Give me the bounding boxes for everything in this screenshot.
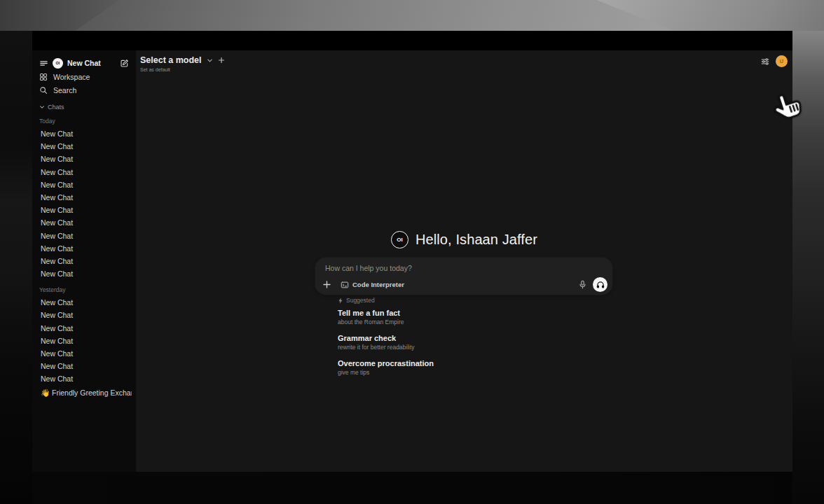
code-interpreter-label: Code Interpreter	[352, 281, 404, 288]
model-selector-block: Select a model Set as default	[140, 55, 225, 72]
message-composer[interactable]: How can I help you today?	[315, 258, 612, 295]
chat-item-named[interactable]: 👋 Friendly Greeting Exchange	[38, 386, 132, 399]
top-actions: IJ	[760, 55, 788, 67]
chat-item[interactable]: New Chat	[38, 267, 132, 280]
sidebar: OI New Chat Workspace	[32, 50, 136, 472]
terminal-icon	[341, 281, 349, 289]
model-selector-label: Select a model	[140, 55, 202, 65]
chat-item[interactable]: New Chat	[38, 372, 132, 385]
suggested-list: Tell me a fun fact about the Roman Empir…	[338, 309, 576, 377]
chat-item[interactable]: New Chat	[38, 178, 132, 191]
sidebar-toggle-icon[interactable]	[39, 59, 48, 68]
chat-item[interactable]: New Chat	[38, 347, 132, 360]
chats-label: Chats	[48, 104, 64, 111]
suggestion-title: Tell me a fun fact	[338, 309, 576, 318]
chevron-down-icon	[39, 104, 45, 110]
chat-item[interactable]: New Chat	[38, 230, 132, 242]
chats-section-header[interactable]: Chats	[38, 103, 132, 111]
suggestion-subtitle: rewrite it for better readability	[338, 344, 576, 351]
composer-toolbar: Code Interpreter	[315, 272, 612, 292]
suggestion-subtitle: about the Roman Empire	[338, 318, 576, 326]
headphones-icon	[596, 281, 605, 289]
workspace-label: Workspace	[53, 73, 90, 81]
suggested-section: Suggested Tell me a fun fact about the R…	[338, 297, 576, 377]
new-chat-icon[interactable]	[120, 59, 129, 68]
user-avatar[interactable]: IJ	[776, 55, 788, 67]
workspace-icon	[39, 73, 48, 81]
chat-group-label-today: Today	[38, 118, 132, 125]
suggestion-title: Grammar check	[338, 334, 576, 343]
suggestion-item[interactable]: Tell me a fun fact about the Roman Empir…	[338, 309, 576, 326]
settings-sliders-icon[interactable]	[760, 57, 770, 66]
search-label: Search	[53, 86, 76, 94]
chevron-down-icon	[207, 57, 213, 64]
voice-call-button[interactable]	[593, 277, 607, 292]
chat-item[interactable]: New Chat	[38, 216, 132, 229]
sidebar-item-search[interactable]: Search	[38, 83, 132, 97]
main-pane: Select a model Set as default	[136, 50, 792, 472]
wallpaper-right	[792, 31, 824, 504]
suggestion-subtitle: give me tips	[338, 369, 576, 377]
chat-item[interactable]: New Chat	[38, 242, 132, 255]
code-interpreter-toggle[interactable]: Code Interpreter	[338, 279, 407, 290]
sidebar-item-workspace[interactable]: Workspace	[38, 70, 132, 83]
app-logo-icon: OI	[391, 231, 408, 248]
bolt-icon	[338, 298, 343, 304]
wallpaper-bottom	[32, 472, 792, 504]
suggestion-item[interactable]: Overcome procrastination give me tips	[338, 359, 576, 377]
app-logo-icon: OI	[53, 58, 63, 69]
greeting-block: OI Hello, Ishaan Jaffer	[136, 231, 792, 248]
chat-list-today: New ChatNew ChatNew ChatNew ChatNew Chat…	[38, 127, 132, 280]
app-window: OI New Chat Workspace	[32, 31, 792, 472]
suggested-header: Suggested	[338, 297, 576, 304]
chat-item[interactable]: New Chat	[38, 322, 132, 335]
chat-item[interactable]: New Chat	[38, 191, 132, 204]
chat-item[interactable]: New Chat	[38, 140, 132, 153]
chat-item[interactable]: New Chat	[38, 309, 132, 321]
set-as-default-link[interactable]: Set as default	[140, 67, 225, 72]
chat-group-label-yesterday: Yesterday	[38, 286, 132, 293]
chat-item[interactable]: New Chat	[38, 360, 132, 372]
chat-item[interactable]: New Chat	[38, 335, 132, 347]
microphone-icon[interactable]	[579, 280, 586, 289]
chat-item[interactable]: New Chat	[38, 204, 132, 216]
sidebar-title: New Chat	[67, 59, 101, 67]
chat-item[interactable]: New Chat	[38, 127, 132, 140]
chat-item[interactable]: New Chat	[38, 166, 132, 178]
app-body: OI New Chat Workspace	[32, 50, 792, 472]
greeting-text: Hello, Ishaan Jaffer	[416, 232, 537, 248]
chat-list-yesterday: New ChatNew ChatNew ChatNew ChatNew Chat…	[38, 296, 132, 385]
model-selector[interactable]: Select a model	[140, 55, 225, 65]
title-bar	[32, 31, 792, 50]
suggestion-title: Overcome procrastination	[338, 359, 576, 368]
wallpaper-left	[0, 31, 32, 504]
chat-item[interactable]: New Chat	[38, 296, 132, 309]
top-bar: Select a model Set as default	[140, 55, 788, 72]
suggestion-item[interactable]: Grammar check rewrite it for better read…	[338, 334, 576, 351]
search-icon	[39, 86, 48, 94]
screen: OI New Chat Workspace	[0, 0, 824, 504]
composer-input[interactable]: How can I help you today?	[315, 258, 612, 272]
attach-plus-icon[interactable]	[322, 280, 331, 289]
sidebar-header: OI New Chat	[38, 56, 132, 70]
chat-item[interactable]: New Chat	[38, 255, 132, 267]
chat-item[interactable]: New Chat	[38, 153, 132, 165]
add-model-icon[interactable]	[218, 57, 225, 64]
suggested-label: Suggested	[346, 297, 375, 304]
